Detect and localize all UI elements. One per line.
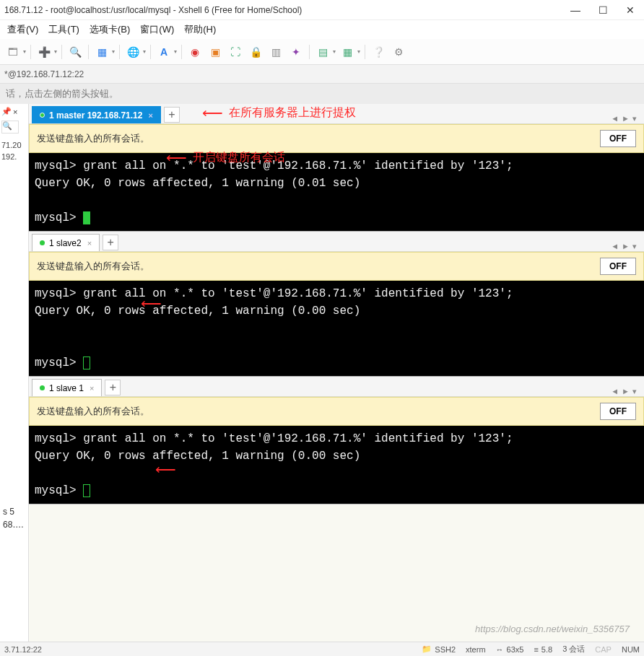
tab-close-icon[interactable]: × xyxy=(87,239,92,248)
tab-next-icon[interactable]: ► xyxy=(622,114,630,123)
fullscreen-icon[interactable]: ⛶ xyxy=(227,43,244,61)
pin-icon[interactable]: 📌 xyxy=(1,107,12,116)
font-icon[interactable]: A xyxy=(155,43,173,61)
status-dot-icon xyxy=(40,240,45,245)
status-term: xterm xyxy=(466,645,486,654)
menu-help[interactable]: 帮助(H) xyxy=(184,23,216,36)
broadcast-message: 发送键盘输入的所有会话。 xyxy=(37,260,600,273)
status-cap: CAP xyxy=(595,645,612,654)
titlebar: 168.71.12 - root@localhost:/usr/local/my… xyxy=(0,0,644,20)
side-item-1[interactable]: s 5 xyxy=(0,505,29,518)
statusbar: 3.71.12:22 📁SSH2 xterm ↔63x5 ≡5.8 3 会话 C… xyxy=(0,642,644,656)
left-sidebar: 📌 × 🔍 71.20 192. xyxy=(0,104,29,642)
settings-icon[interactable]: ⚙ xyxy=(390,43,407,61)
tab-label: 1 slave2 xyxy=(49,238,82,248)
tab-nav: ◄►▾ xyxy=(611,242,641,251)
tab-close-icon[interactable]: × xyxy=(90,384,94,393)
chart-icon[interactable]: ▥ xyxy=(267,43,284,61)
terminal[interactable]: mysql> grant all on *.* to 'test'@'192.1… xyxy=(29,426,644,504)
add-tab-button[interactable]: + xyxy=(105,380,121,395)
tab-menu-icon[interactable]: ▾ xyxy=(632,242,637,251)
copy-icon[interactable]: ▦ xyxy=(93,43,110,61)
status-ssh: 📁SSH2 xyxy=(422,644,456,654)
sidebar-ip-1[interactable]: 71.20 xyxy=(1,141,27,149)
tab-strip: 1 slave2×+◄►▾ xyxy=(29,232,644,252)
session-tab[interactable]: 1 slave2× xyxy=(32,234,100,251)
address-text: *@192.168.71.12:22 xyxy=(4,69,84,79)
status-dot-icon xyxy=(40,113,45,118)
tab-menu-icon[interactable]: ▾ xyxy=(632,387,637,396)
tab-strip: 1 master 192.168.71.12×+◄►▾ xyxy=(29,104,644,124)
status-dot-icon xyxy=(40,385,45,390)
window-title: 168.71.12 - root@localhost:/usr/local/my… xyxy=(4,5,570,15)
session-tab[interactable]: 1 slave 1× xyxy=(32,379,102,396)
sidebar-lower-list: s 5 68…. xyxy=(0,505,29,531)
broadcast-bar: 发送键盘输入的所有会话。OFF xyxy=(29,397,644,426)
swirl-icon[interactable]: ◉ xyxy=(186,43,204,61)
globe-icon[interactable]: 🌐 xyxy=(124,43,142,61)
status-num: NUM xyxy=(622,645,640,654)
lock-icon[interactable]: 🔒 xyxy=(247,43,264,61)
terminal[interactable]: mysql> grant all on *.* to 'test'@'192.1… xyxy=(29,281,644,376)
tab-nav: ◄►▾ xyxy=(611,387,641,396)
add-tab-button[interactable]: + xyxy=(164,107,180,123)
tab-next-icon[interactable]: ► xyxy=(622,387,630,396)
broadcast-off-button[interactable]: OFF xyxy=(600,258,636,275)
sidebar-ip-2[interactable]: 192. xyxy=(1,152,27,161)
hint-text: 话，点击左侧的箭头按钮。 xyxy=(6,87,118,100)
tab-prev-icon[interactable]: ◄ xyxy=(611,242,619,251)
broadcast-message: 发送键盘输入的所有会话。 xyxy=(37,405,600,418)
menubar: 查看(V) 工具(T) 选项卡(B) 窗口(W) 帮助(H) xyxy=(0,20,644,39)
status-host: 3.71.12:22 xyxy=(4,645,42,654)
side-item-2[interactable]: 68…. xyxy=(0,518,29,531)
menu-window[interactable]: 窗口(W) xyxy=(140,23,174,36)
close-button[interactable]: ✕ xyxy=(625,5,635,15)
sidebar-search-icon[interactable]: 🔍 xyxy=(1,121,19,134)
tab-prev-icon[interactable]: ◄ xyxy=(611,387,619,396)
window-controls: — ☐ ✕ xyxy=(570,5,635,15)
new-session-icon[interactable]: 🗔 xyxy=(4,43,22,61)
star-icon[interactable]: ✦ xyxy=(287,43,305,61)
panel1-icon[interactable]: ▤ xyxy=(314,43,331,61)
help-icon[interactable]: ❔ xyxy=(370,43,387,61)
menu-view[interactable]: 查看(V) xyxy=(7,23,38,36)
tab-prev-icon[interactable]: ◄ xyxy=(611,114,619,123)
status-sessions: 3 会话 xyxy=(562,644,585,655)
tab-next-icon[interactable]: ► xyxy=(622,242,630,251)
session-tab[interactable]: 1 master 192.168.71.12× xyxy=(32,106,161,123)
terminal-pane: 1 master 192.168.71.12×+◄►▾发送键盘输入的所有会话。O… xyxy=(29,104,644,232)
broadcast-off-button[interactable]: OFF xyxy=(600,130,636,147)
status-rt: ≡5.8 xyxy=(534,645,552,654)
hint-bar: 话，点击左侧的箭头按钮。 xyxy=(0,84,644,104)
tab-menu-icon[interactable]: ▾ xyxy=(632,114,637,123)
address-bar[interactable]: *@192.168.71.12:22 xyxy=(0,65,644,84)
broadcast-bar: 发送键盘输入的所有会话。OFF xyxy=(29,124,644,153)
main-area: 📌 × 🔍 71.20 192. 1 master 192.168.71.12×… xyxy=(0,104,644,642)
tab-strip: 1 slave 1×+◄►▾ xyxy=(29,377,644,397)
terminal-pane: 1 slave2×+◄►▾发送键盘输入的所有会话。OFFmysql> grant… xyxy=(29,232,644,377)
tab-label: 1 slave 1 xyxy=(49,383,84,393)
tab-close-icon[interactable]: × xyxy=(148,111,152,120)
tab-nav: ◄►▾ xyxy=(611,114,641,123)
status-size: ↔63x5 xyxy=(496,645,524,654)
close-panel-icon[interactable]: × xyxy=(13,108,17,116)
cursor-icon xyxy=(83,357,90,369)
broadcast-off-button[interactable]: OFF xyxy=(600,403,636,420)
panel2-icon[interactable]: ▦ xyxy=(339,43,356,61)
menu-tabs[interactable]: 选项卡(B) xyxy=(90,23,130,36)
tab-label: 1 master 192.168.71.12 xyxy=(49,110,142,121)
toolbar: 🗔▾ ➕▾ 🔍 ▦▾ 🌐▾ A▾ ◉ ▣ ⛶ 🔒 ▥ ✦ ▤▾ ▦▾ ❔ ⚙ xyxy=(0,39,644,65)
cursor-icon xyxy=(83,211,90,224)
terminal[interactable]: mysql> grant all on *.* to 'test'@'192.1… xyxy=(29,153,644,231)
terminal-pane: 1 slave 1×+◄►▾发送键盘输入的所有会话。OFFmysql> gran… xyxy=(29,377,644,504)
search-icon[interactable]: 🔍 xyxy=(66,43,84,61)
orange-icon[interactable]: ▣ xyxy=(206,43,224,61)
menu-tools[interactable]: 工具(T) xyxy=(48,23,79,36)
cursor-icon xyxy=(83,484,90,497)
add-tab-button[interactable]: + xyxy=(103,235,118,250)
minimize-button[interactable]: — xyxy=(570,5,580,15)
open-icon[interactable]: ➕ xyxy=(35,43,53,61)
maximize-button[interactable]: ☐ xyxy=(598,5,608,15)
broadcast-bar: 发送键盘输入的所有会话。OFF xyxy=(29,252,644,281)
terminal-column: 1 master 192.168.71.12×+◄►▾发送键盘输入的所有会话。O… xyxy=(29,104,644,642)
